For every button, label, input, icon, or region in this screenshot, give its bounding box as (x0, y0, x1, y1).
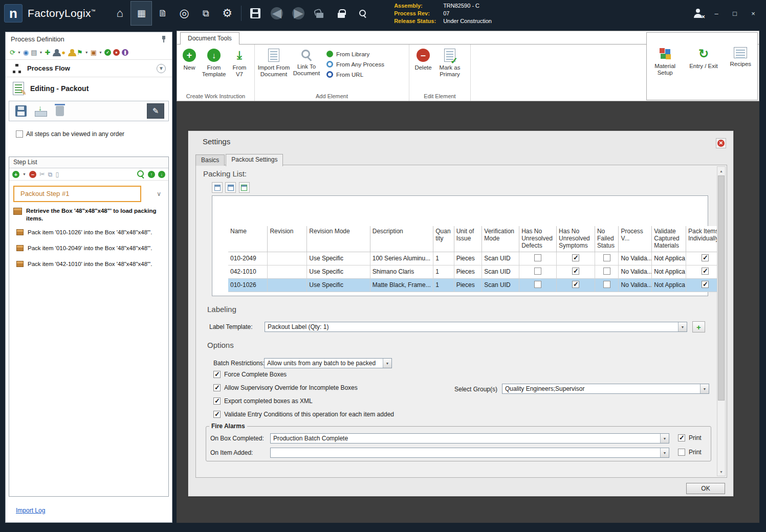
collapse-icon[interactable]: ▼ (157, 64, 166, 73)
defects-checkbox[interactable] (534, 254, 541, 261)
archive-dropdown-icon[interactable]: ▼ (99, 51, 102, 54)
bell-icon[interactable]: ● (61, 49, 65, 56)
pack-individually-checkbox[interactable] (702, 254, 709, 261)
play-icon[interactable]: ✓ (104, 49, 111, 56)
column-header[interactable]: Process V... (619, 226, 652, 252)
selected-step-name[interactable]: Packout Step #1 (13, 186, 141, 202)
production-docs-icon[interactable]: 🗎 (152, 1, 173, 26)
user-status-icon[interactable] (52, 49, 59, 56)
tab-basics[interactable]: Basics (195, 154, 225, 166)
column-header[interactable]: No Failed Status (595, 226, 619, 252)
zoom-step-icon[interactable] (137, 170, 145, 178)
record-icon[interactable]: ● (113, 49, 120, 56)
step-instruction[interactable]: Pack item '010-1026' into the Box '48"x4… (9, 228, 168, 236)
link-to-document-button[interactable]: Link To Document (291, 46, 322, 77)
scrollbar-thumb[interactable] (718, 175, 725, 401)
scroll-up-icon[interactable]: ▲ (717, 167, 725, 175)
print-box-completed-checkbox[interactable] (678, 434, 685, 441)
defects-checkbox[interactable] (534, 281, 541, 288)
sync-icon[interactable]: ⟳ (10, 49, 15, 56)
save-step-button[interactable] (13, 103, 29, 119)
unlock-icon[interactable] (309, 1, 331, 26)
link-material-icon[interactable] (239, 182, 250, 193)
column-header[interactable]: Quantity (433, 226, 454, 252)
import-log-link[interactable]: Import Log (16, 507, 45, 514)
process-editor-icon[interactable]: ▦ (130, 1, 152, 26)
column-header[interactable]: Verification Mode (482, 226, 519, 252)
symptoms-checkbox[interactable] (572, 254, 579, 261)
failed-status-checkbox[interactable] (603, 254, 610, 261)
edit-step-button[interactable]: ✎ (147, 103, 164, 119)
defects-checkbox[interactable] (534, 268, 541, 275)
new-button[interactable]: + New (179, 46, 200, 71)
add-step-dropdown-icon[interactable]: ▼ (23, 172, 26, 176)
recipes-button[interactable]: Recipes (727, 47, 754, 68)
dialog-scrollbar[interactable]: ▲ ▼ (717, 166, 726, 476)
selected-step-row[interactable]: Packout Step #1 ∨ (13, 186, 164, 202)
close-button[interactable]: × (749, 10, 758, 17)
pause-icon[interactable]: ❚ (122, 49, 128, 56)
import-from-document-button[interactable]: Import From Document (257, 46, 291, 78)
import-step-button[interactable] (33, 103, 48, 119)
entry-exit-button[interactable]: ↻ Entry / Exit (687, 47, 720, 70)
print-dropdown-icon[interactable]: ▼ (39, 51, 42, 54)
tab-document-tools[interactable]: Document Tools (180, 32, 239, 45)
export-xml-checkbox[interactable] (213, 397, 221, 405)
move-up-icon[interactable]: ↑ (148, 171, 155, 178)
settings-gear-icon[interactable]: ⚙ (216, 1, 238, 26)
from-v7-button[interactable]: ⤓ From V7 (228, 46, 251, 78)
operator-icon[interactable] (68, 49, 75, 56)
validate-entry-conditions-checkbox[interactable] (213, 411, 221, 418)
supervisory-override-checkbox[interactable] (213, 384, 221, 391)
add-label-template-button[interactable]: + (692, 321, 705, 332)
step-instruction[interactable]: Pack item '010-2049' into the Box '48"x4… (9, 243, 168, 252)
process-flow-row[interactable]: Process Flow ▼ (6, 60, 172, 77)
table-row[interactable]: 010-2049 Use Specific 100 Series Aluminu… (228, 252, 725, 265)
deploy-flag-icon[interactable]: ⚑ (77, 49, 83, 56)
print-icon[interactable]: ▤ (31, 49, 37, 56)
any-order-checkbox[interactable] (16, 130, 23, 138)
back-icon[interactable]: ◀ (266, 1, 288, 26)
deploy-dropdown-icon[interactable]: ▼ (85, 51, 89, 54)
delete-element-button[interactable]: – Delete (411, 46, 435, 71)
table-row-selected[interactable]: 010-1026 Use Specific Matte Black, Frame… (228, 278, 725, 292)
forward-icon[interactable]: ▶ (288, 1, 309, 26)
globe-icon[interactable]: ◉ (23, 49, 29, 56)
on-box-completed-select[interactable]: Production Batch Complete ▼ (270, 433, 669, 444)
column-header[interactable]: Validate Captured Materials (652, 226, 686, 252)
column-header[interactable]: Has No Unresolved Defects (519, 226, 557, 252)
on-item-added-select[interactable]: ▼ (270, 448, 669, 458)
paste-icon[interactable]: ▯ (55, 171, 59, 178)
user-account-icon[interactable]: ✕ (693, 9, 703, 18)
save-icon[interactable] (245, 1, 266, 26)
ok-button[interactable]: OK (686, 483, 725, 494)
force-complete-boxes-checkbox[interactable] (213, 371, 221, 378)
from-any-process-button[interactable]: From Any Process (326, 61, 384, 68)
step-chevron-down-icon[interactable]: ∨ (157, 190, 161, 197)
maximize-button[interactable]: □ (730, 10, 739, 17)
step-instruction[interactable]: Pack item '042-1010' into the Box '48"x4… (9, 259, 168, 268)
column-header[interactable]: Unit of Issue (454, 226, 482, 252)
minimize-button[interactable]: – (712, 10, 721, 17)
from-library-button[interactable]: From Library (326, 51, 384, 57)
batch-restrictions-select[interactable]: Allow units from any batch to be packed … (264, 358, 392, 368)
edit-material-list-icon[interactable] (225, 182, 236, 193)
pin-icon[interactable] (161, 35, 167, 42)
column-header[interactable]: Name (228, 226, 268, 252)
label-template-select[interactable]: Packout Label (Qty: 1) ▼ (265, 322, 687, 332)
symptoms-checkbox[interactable] (572, 268, 579, 275)
navigator-icon[interactable]: ◎ (173, 1, 195, 26)
table-row[interactable]: 042-1010 Use Specific Shimano Claris 1 P… (228, 265, 725, 278)
delete-step-button[interactable] (52, 103, 68, 119)
chevron-down-icon[interactable]: ▼ (383, 359, 391, 368)
move-down-icon[interactable]: ↓ (158, 171, 165, 178)
failed-status-checkbox[interactable] (603, 268, 610, 275)
column-header[interactable]: Revision Mode (307, 226, 370, 252)
from-url-button[interactable]: From URL (326, 71, 384, 78)
failed-status-checkbox[interactable] (603, 281, 610, 288)
pack-individually-checkbox[interactable] (702, 268, 709, 275)
archive-icon[interactable]: ▣ (91, 49, 97, 56)
sync-dropdown-icon[interactable]: ▼ (17, 51, 21, 54)
home-icon[interactable]: ⌂ (109, 1, 130, 26)
documents-icon[interactable]: ⧉ (195, 1, 216, 26)
